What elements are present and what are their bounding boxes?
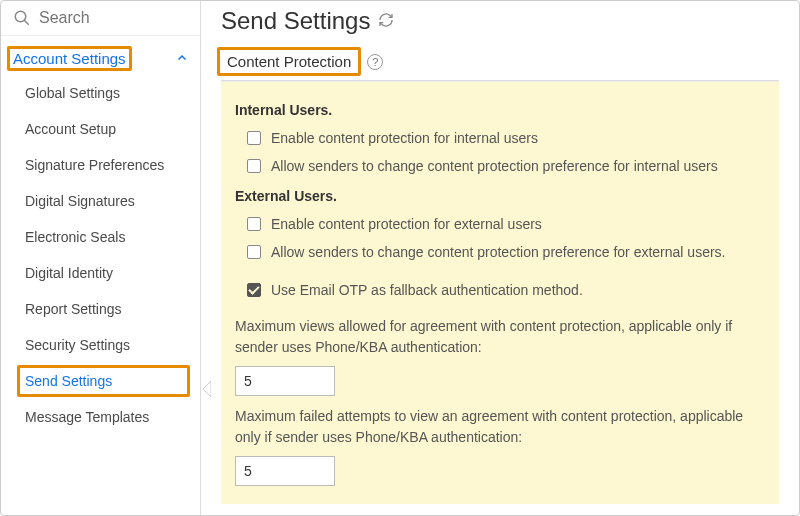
search-box[interactable] [1,1,200,36]
search-input[interactable] [39,9,188,27]
checkbox-label: Allow senders to change content protecti… [271,158,718,174]
checkbox-icon [247,159,261,173]
sidebar-item-security-settings[interactable]: Security Settings [1,327,200,363]
sidebar-item-digital-identity[interactable]: Digital Identity [1,255,200,291]
external-users-heading: External Users. [235,188,765,204]
svg-marker-2 [203,381,211,397]
checkbox-external-allow[interactable]: Allow senders to change content protecti… [235,240,765,268]
checkbox-external-enable[interactable]: Enable content protection for external u… [235,212,765,240]
max-failed-label: Maximum failed attempts to view an agree… [235,406,765,448]
sidebar-item-report-settings[interactable]: Report Settings [1,291,200,327]
refresh-icon[interactable] [378,12,394,31]
help-icon[interactable]: ? [367,54,383,70]
max-failed-input[interactable] [235,456,335,486]
sidebar-item-global-settings[interactable]: Global Settings [1,75,200,111]
section-header: Content Protection ? [221,49,779,81]
sidebar-item-electronic-seals[interactable]: Electronic Seals [1,219,200,255]
svg-line-1 [24,20,29,25]
checkbox-label: Enable content protection for internal u… [271,130,538,146]
app-layout: Account Settings Global Settings Account… [1,1,799,515]
checkbox-internal-enable[interactable]: Enable content protection for internal u… [235,126,765,154]
sidebar-nav: Account Settings Global Settings Account… [1,36,200,441]
sidebar-item-message-templates[interactable]: Message Templates [1,399,200,435]
checkbox-checked-icon [247,283,261,297]
page-title-row: Send Settings [221,1,779,49]
sidebar-item-signature-preferences[interactable]: Signature Preferences [1,147,200,183]
max-views-input[interactable] [235,366,335,396]
svg-point-0 [15,11,26,22]
internal-users-heading: Internal Users. [235,102,765,118]
sidebar-item-send-settings[interactable]: Send Settings [1,363,200,399]
search-icon [13,9,31,27]
checkbox-label: Use Email OTP as fallback authentication… [271,282,583,298]
nav-group-label: Account Settings [13,50,126,67]
checkbox-icon [247,245,261,259]
checkbox-icon [247,131,261,145]
checkbox-label: Enable content protection for external u… [271,216,542,232]
sidebar-item-account-setup[interactable]: Account Setup [1,111,200,147]
max-views-label: Maximum views allowed for agreement with… [235,316,765,358]
checkbox-icon [247,217,261,231]
sidebar-item-digital-signatures[interactable]: Digital Signatures [1,183,200,219]
sidebar: Account Settings Global Settings Account… [1,1,201,515]
chevron-up-icon [176,50,188,67]
checkbox-internal-allow[interactable]: Allow senders to change content protecti… [235,154,765,182]
main-content: Send Settings Content Protection ? Inter… [201,1,799,515]
checkbox-label: Allow senders to change content protecti… [271,244,725,260]
page-title: Send Settings [221,7,370,35]
checkbox-email-otp[interactable]: Use Email OTP as fallback authentication… [235,278,765,306]
content-protection-panel: Internal Users. Enable content protectio… [221,81,779,504]
nav-group-account-settings[interactable]: Account Settings [1,42,200,75]
section-title: Content Protection [221,49,357,74]
sidebar-item-label: Send Settings [25,373,112,389]
